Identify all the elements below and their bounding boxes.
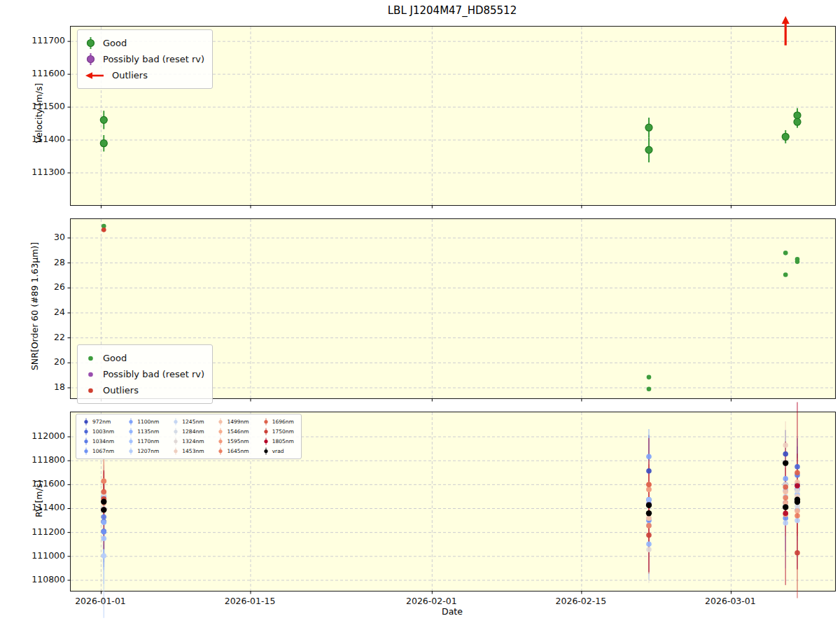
- wavelength-marker-icon: [263, 418, 269, 426]
- legend-label: 1034nm: [92, 438, 114, 444]
- data-point: [102, 227, 106, 232]
- figure: LBL J1204M47_HD85512 Velocity [m/s] SNR[…: [0, 0, 840, 630]
- legend-item: 1245nm: [173, 417, 204, 426]
- y-tick-label: 110800: [0, 574, 65, 584]
- legend-item: Possibly bad (reset rv): [85, 51, 204, 67]
- legend-label: Outliers: [112, 70, 148, 80]
- legend-label: 1750nm: [272, 428, 294, 435]
- legend-label: 1100nm: [137, 419, 159, 425]
- outlier-arrow-icon: [85, 71, 105, 80]
- wavelength-marker-icon: [218, 428, 223, 435]
- data-point: [794, 518, 800, 524]
- data-point: [795, 260, 800, 265]
- data-point: [794, 513, 800, 519]
- x-tick-label: 2026-03-01: [699, 596, 762, 606]
- data-point: [646, 497, 652, 503]
- data-point: [794, 508, 800, 514]
- dot-icon: [85, 386, 96, 395]
- legend-label: 972nm: [92, 419, 111, 425]
- x-tick-label: 2026-02-15: [550, 596, 612, 606]
- data-point: [783, 495, 788, 500]
- data-point: [101, 529, 106, 535]
- velocity-legend: GoodPossibly bad (reset rv)Outliers: [77, 29, 213, 89]
- legend-label: vrad: [272, 448, 284, 454]
- data-point: [783, 484, 788, 490]
- wavelength-marker-icon: [173, 428, 178, 435]
- data-point: [101, 519, 106, 525]
- legend-item: 1003nm: [83, 427, 114, 436]
- legend-label: Possibly bad (reset rv): [103, 54, 204, 64]
- wavelength-marker-icon: [83, 438, 89, 445]
- wavelength-marker-icon: [173, 447, 178, 455]
- wavelength-marker-icon: [263, 447, 269, 455]
- legend-item: 1499nm: [218, 417, 248, 426]
- legend-label: Possibly bad (reset rv): [103, 369, 204, 379]
- outlier-arrow-head: [782, 16, 790, 24]
- legend-label: 1595nm: [227, 438, 248, 444]
- dot-icon: [85, 354, 96, 363]
- data-point: [794, 470, 800, 475]
- data-point: [794, 550, 800, 556]
- legend-label: 1067nm: [92, 448, 114, 454]
- data-point: [100, 140, 107, 147]
- data-point: [647, 386, 652, 391]
- wavelength-marker-icon: [173, 418, 178, 426]
- wavelength-marker-icon: [263, 428, 269, 435]
- snr-legend: GoodPossibly bad (reset rv)Outliers: [77, 344, 213, 404]
- errbar-circle-icon: [85, 52, 96, 66]
- rv-wavelength-legend: 972nm1003nm1034nm1067nm1100nm1135nm1170n…: [76, 414, 302, 459]
- wavelength-marker-icon: [128, 418, 134, 426]
- x-axis-label: Date: [70, 606, 834, 617]
- data-point: [646, 482, 652, 488]
- vrad-data-point: [101, 507, 106, 512]
- legend-item: 1207nm: [128, 447, 159, 456]
- y-tick-label: 18: [0, 382, 65, 392]
- legend-label: 1499nm: [227, 419, 248, 425]
- data-point: [783, 511, 788, 517]
- legend-item: 1645nm: [218, 447, 248, 456]
- data-point: [794, 118, 801, 125]
- legend-item: 1750nm: [263, 427, 294, 436]
- legend-item: Outliers: [85, 67, 204, 83]
- y-tick-label: 111400: [0, 134, 65, 144]
- legend-item: 1595nm: [218, 437, 248, 446]
- legend-label: 1284nm: [182, 428, 204, 435]
- legend-label: 1324nm: [182, 438, 204, 444]
- y-tick-label: 111600: [0, 68, 65, 78]
- legend-item: 1284nm: [173, 427, 204, 436]
- legend-item: Good: [85, 350, 204, 366]
- y-tick-label: 30: [0, 232, 65, 242]
- data-point: [783, 251, 788, 255]
- legend-label: 1207nm: [137, 448, 159, 454]
- legend-item: 1546nm: [218, 427, 248, 436]
- data-point: [646, 541, 652, 547]
- y-tick-label: 22: [0, 332, 65, 342]
- y-tick-label: 111600: [0, 478, 65, 489]
- y-tick-label: 111000: [0, 550, 65, 561]
- data-point: [100, 116, 107, 123]
- legend-item: 1324nm: [173, 437, 204, 446]
- x-tick-label: 2026-02-01: [400, 596, 463, 606]
- legend-label: 1805nm: [272, 438, 294, 444]
- wavelength-marker-icon: [128, 428, 134, 435]
- legend-label: Good: [103, 353, 127, 363]
- wavelength-marker-icon: [83, 447, 89, 455]
- legend-label: 1245nm: [182, 419, 204, 425]
- legend-label: 1696nm: [272, 419, 294, 425]
- data-point: [101, 514, 106, 520]
- legend-item: Outliers: [85, 382, 204, 398]
- data-point: [783, 451, 788, 457]
- vrad-data-point: [646, 503, 652, 508]
- wavelength-marker-icon: [83, 418, 89, 426]
- legend-label: 1453nm: [182, 448, 204, 454]
- data-point: [646, 547, 652, 552]
- legend-item: Good: [85, 35, 204, 51]
- data-point: [783, 272, 788, 277]
- data-point: [794, 483, 800, 489]
- y-tick-label: 111400: [0, 502, 65, 512]
- legend-item: 1034nm: [83, 437, 114, 446]
- legend-item: vrad: [263, 447, 294, 456]
- data-point: [646, 523, 652, 528]
- page-title: LBL J1204M47_HD85512: [70, 4, 834, 17]
- vrad-data-point: [794, 496, 800, 502]
